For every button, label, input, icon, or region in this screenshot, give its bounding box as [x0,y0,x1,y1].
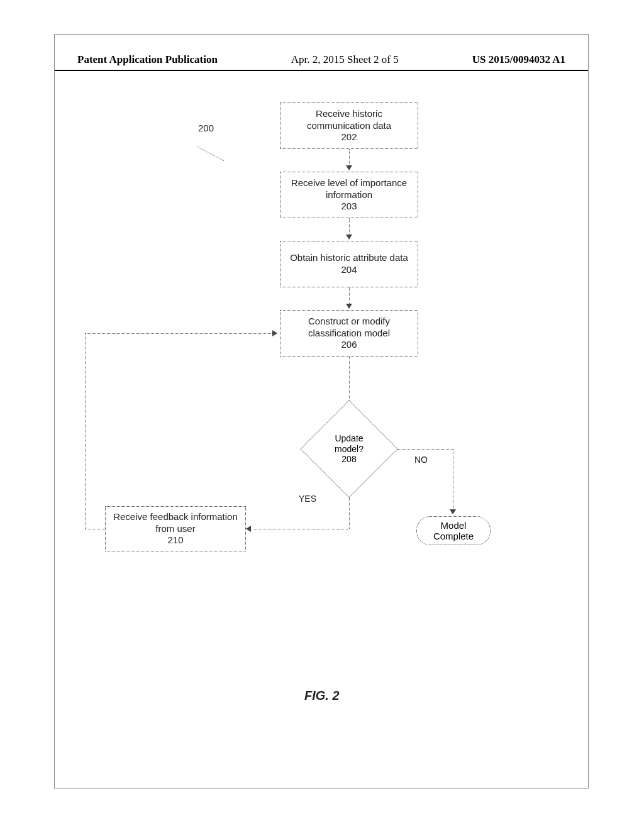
connector [85,333,274,334]
step-text: Receive level of importance [291,177,407,189]
terminator-text: Complete [433,531,474,541]
page-frame: Patent Application Publication Apr. 2, 2… [54,34,589,788]
step-ref: 202 [341,131,357,143]
label-yes: YES [299,494,316,504]
decision-208-update-model: Update model? 208 [314,414,384,484]
step-ref: 204 [341,264,357,276]
header-pub-number: US 2015/0094032 A1 [472,53,565,66]
arrow-left-icon [246,526,251,532]
step-210-receive-feedback: Receive feedback information from user 2… [105,506,246,551]
step-206-construct-modify-model: Construct or modify classification model… [280,310,418,357]
decision-text: model? [335,444,364,455]
arrow-down-icon [450,509,456,514]
page-header: Patent Application Publication Apr. 2, 2… [55,53,588,71]
step-text: communication data [307,120,391,132]
step-202-receive-historic-communication-data: Receive historic communication data 202 [280,102,418,149]
decision-ref: 208 [341,454,356,465]
step-text: from user [155,523,195,535]
arrow-down-icon [346,165,352,170]
arrow-down-icon [346,235,352,240]
step-text: Receive historic [316,108,382,120]
figure-reference-200: 200 [198,123,214,133]
terminator-model-complete: Model Complete [416,516,491,545]
figure-caption: FIG. 2 [304,689,340,703]
label-no: NO [414,455,428,465]
decision-text: Update [335,433,363,444]
connector [85,333,86,529]
step-204-obtain-historic-attribute-data: Obtain historic attribute data 204 [280,241,418,287]
step-text: information [326,189,372,201]
step-203-receive-importance-info: Receive level of importance information … [280,172,418,218]
step-text: Receive feedback information [113,511,238,523]
step-ref: 206 [341,339,357,351]
connector [250,529,349,529]
arrow-down-icon [346,304,352,309]
header-publication: Patent Application Publication [77,53,218,66]
step-ref: 210 [167,534,183,546]
connector [349,497,350,529]
ref-leader-line [197,133,231,161]
step-text: Construct or modify [308,316,390,328]
header-date-sheet: Apr. 2, 2015 Sheet 2 of 5 [291,53,399,66]
connector [397,449,453,450]
connector [85,529,105,529]
flowchart: 200 Receive historic communication data … [55,91,589,720]
terminator-text: Model [441,520,467,531]
step-text: classification model [308,328,390,340]
connector [453,449,453,512]
step-text: Obtain historic attribute data [290,252,408,264]
arrow-right-icon [272,330,277,336]
step-ref: 203 [341,201,357,213]
